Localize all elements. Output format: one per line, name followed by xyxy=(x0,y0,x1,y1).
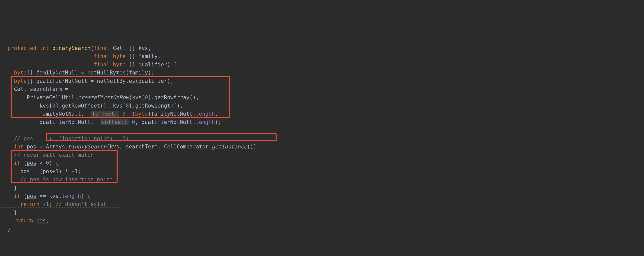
keyword-final: final xyxy=(94,53,110,59)
param-hint-coffset: coffset: xyxy=(100,119,129,125)
keyword-byte: byte xyxy=(113,62,126,68)
keyword-protected: protected xyxy=(8,45,36,51)
comment-pos-insertion: // pos === ( -(insertion point) - 1) xyxy=(14,136,129,142)
paren: ( xyxy=(91,45,94,51)
code-line-4: byte[] familyNotNull = notNullBytes(fami… xyxy=(8,70,154,76)
call-getInstance: getInstance xyxy=(212,144,247,150)
code-line-12: int pos = Arrays.binarySearch(kvs, searc… xyxy=(8,144,260,150)
code-editor: protected int binarySearch(final Cell []… xyxy=(0,36,644,256)
empty-line xyxy=(8,127,11,133)
code-line-3: final byte [] qualifier) { xyxy=(8,62,177,68)
brackets: [] xyxy=(129,45,135,51)
class-Arrays: Arrays xyxy=(46,144,65,150)
comment-doesnt-exist: // doesn't exist xyxy=(56,201,106,207)
code-line-20: } xyxy=(8,210,17,216)
code-line-5: byte[] qualifierNotNull = notNullBytes(q… xyxy=(8,78,174,84)
code-line-6: Cell searchTerm = xyxy=(8,86,68,92)
call-getRowOffset: getRowOffset xyxy=(62,103,100,109)
method-declaration: binarySearch xyxy=(52,45,91,51)
code-line-11: // pos === ( -(insertion point) - 1) xyxy=(8,136,129,142)
code-line-21: return pos; xyxy=(8,218,49,224)
comment-pos-now: // pos is now insertion point xyxy=(20,176,113,183)
code-line-19: return -1; // doesn't exist xyxy=(8,201,106,207)
code-line-1: protected int binarySearch(final Cell []… xyxy=(8,45,151,51)
expr-plus1: +1) * -1 xyxy=(52,168,78,174)
code-line-10: qualifierNotNull, coffset: 0, qualifierN… xyxy=(8,119,221,125)
param-family: family xyxy=(138,53,157,59)
param-kvs: kvs xyxy=(138,45,148,51)
keyword-byte: byte xyxy=(14,70,27,76)
comment-never-exact: // never will exact match xyxy=(14,152,94,158)
type-cell: Cell xyxy=(113,45,126,51)
call-notNullBytes: notNullBytes xyxy=(87,70,126,76)
code-line-16: // pos is now insertion point xyxy=(8,176,113,183)
keyword-final: final xyxy=(94,45,110,51)
code-line-22: } xyxy=(8,226,11,232)
code-line-9: familyNotNull, foffset: 0, (byte)familyN… xyxy=(8,111,218,117)
var-pos: pos xyxy=(27,144,36,150)
call-binarySearch: binarySearch xyxy=(68,144,106,150)
var-qualifierNotNull: qualifierNotNull xyxy=(36,78,87,84)
literal-neg1: -1 xyxy=(43,201,49,207)
class-PrivateCellUtil: PrivateCellUtil xyxy=(27,94,75,100)
code-line-15: pos = (pos+1) * -1; xyxy=(8,168,81,174)
class-CellComparator: CellComparator xyxy=(164,144,209,150)
keyword-byte: byte xyxy=(113,53,126,59)
param-hint-foffset: foffset: xyxy=(91,111,119,117)
call-getRowLength: getRowLength xyxy=(135,103,174,109)
var-familyNotNull: familyNotNull xyxy=(36,70,78,76)
call-createFirstOnRow: createFirstOnRow xyxy=(78,94,129,100)
code-line-17: } xyxy=(8,185,17,191)
code-line-2: final byte [] family, xyxy=(8,53,161,59)
keyword-final: final xyxy=(94,62,110,68)
type-cell: Cell xyxy=(14,86,27,92)
code-line-14: if (pos < 0) { xyxy=(8,160,59,166)
code-line-8: kvs[0].getRowOffset(), kvs[0].getRowLeng… xyxy=(8,103,183,109)
code-line-13: // never will exact match xyxy=(8,152,94,158)
param-qualifier: qualifier xyxy=(138,62,167,68)
keyword-int: int xyxy=(39,45,49,51)
call-getRowArray: getRowArray xyxy=(154,94,190,100)
member-length: length xyxy=(196,111,215,117)
code-line-18: if (pos == kvs.length) { xyxy=(8,193,91,199)
code-line-7: PrivateCellUtil.createFirstOnRow(kvs[0].… xyxy=(8,94,199,100)
keyword-byte: byte xyxy=(14,78,27,84)
var-searchTerm: searchTerm xyxy=(30,86,62,92)
